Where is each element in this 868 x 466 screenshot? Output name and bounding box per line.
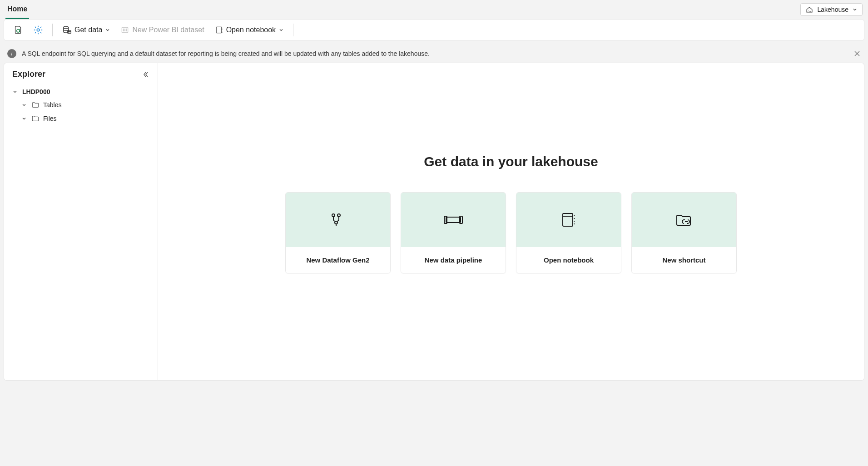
tree-node-files-label: Files [43,115,57,122]
svg-point-5 [123,29,124,30]
get-data-label: Get data [74,26,102,34]
main-split: Explorer LHDP000 Tables [4,63,864,381]
settings-button[interactable] [30,23,46,37]
open-notebook-button[interactable]: Open notebook [212,24,287,36]
cards-row: New Dataflow Gen2 New data pipeline [285,192,737,273]
hero-title: Get data in your lakehouse [424,154,598,169]
card-label: Open notebook [516,247,621,273]
pipeline-icon [443,213,463,227]
mode-selector-label: Lakehouse [817,6,848,13]
card-open-notebook[interactable]: Open notebook [516,192,621,273]
chevron-down-icon [278,27,284,33]
chevron-down-icon [21,102,28,108]
tab-home[interactable]: Home [5,0,29,19]
dataflow-icon [329,211,347,229]
svg-point-1 [37,29,40,31]
toolbar-divider [293,24,293,36]
new-dataset-label: New Power BI dataset [132,26,204,34]
tab-home-label: Home [7,5,27,13]
toolbar-divider [52,24,53,36]
card-label: New data pipeline [401,247,506,273]
tree-node-tables[interactable]: Tables [9,98,153,112]
tree-node-files[interactable]: Files [9,112,153,125]
svg-rect-4 [122,27,128,33]
card-label: New Dataflow Gen2 [286,247,390,273]
notebook-icon [560,211,577,228]
toolbar: Get data New Power BI dataset Open noteb… [4,19,864,41]
info-bar: i A SQL endpoint for SQL querying and a … [0,45,868,63]
card-new-pipeline[interactable]: New data pipeline [401,192,506,273]
collapse-icon[interactable] [142,71,149,78]
tab-bar: Home Lakehouse [0,0,868,19]
svg-point-2 [64,26,69,29]
card-top [516,193,621,247]
info-bar-left: i A SQL endpoint for SQL querying and a … [7,49,430,58]
tree-root[interactable]: LHDP000 [9,85,153,98]
svg-point-0 [17,30,20,32]
card-label: New shortcut [632,247,736,273]
explorer-panel: Explorer LHDP000 Tables [4,63,158,381]
close-icon[interactable] [853,50,861,57]
svg-point-13 [337,214,340,217]
notebook-icon [214,25,223,35]
svg-rect-11 [216,27,222,33]
grid-icon [120,25,129,35]
card-top [632,193,736,247]
chevron-down-icon [21,116,28,121]
info-message: A SQL endpoint for SQL querying and a de… [22,50,430,57]
explorer-header: Explorer [9,69,153,79]
card-new-shortcut[interactable]: New shortcut [631,192,737,273]
chevron-down-icon [852,7,858,12]
card-top [401,193,506,247]
tab-bar-left: Home [5,0,29,19]
card-top [286,193,390,247]
chevron-down-icon [12,89,19,94]
explorer-title: Explorer [12,69,45,79]
svg-point-7 [126,29,127,30]
tree-root-label: LHDP000 [22,88,50,95]
content-panel: Get data in your lakehouse New Dataflow … [158,63,864,381]
chevron-down-icon [105,27,110,33]
svg-point-9 [125,30,125,31]
svg-rect-18 [563,213,573,226]
svg-point-12 [332,214,335,217]
database-icon [62,25,72,35]
info-icon: i [7,49,16,58]
folder-icon [31,114,40,123]
lakehouse-icon [805,5,813,14]
get-data-button[interactable]: Get data [59,23,113,37]
new-dataset-button: New Power BI dataset [118,24,207,36]
shortcut-icon [675,212,693,228]
svg-point-6 [125,29,125,30]
svg-point-8 [123,30,124,31]
folder-icon [31,101,40,109]
svg-rect-15 [446,217,461,223]
card-new-dataflow[interactable]: New Dataflow Gen2 [285,192,391,273]
svg-point-10 [126,30,127,31]
tree-node-tables-label: Tables [43,101,61,109]
mode-selector[interactable]: Lakehouse [800,3,863,16]
open-notebook-label: Open notebook [226,26,276,34]
refresh-button[interactable] [10,23,26,37]
